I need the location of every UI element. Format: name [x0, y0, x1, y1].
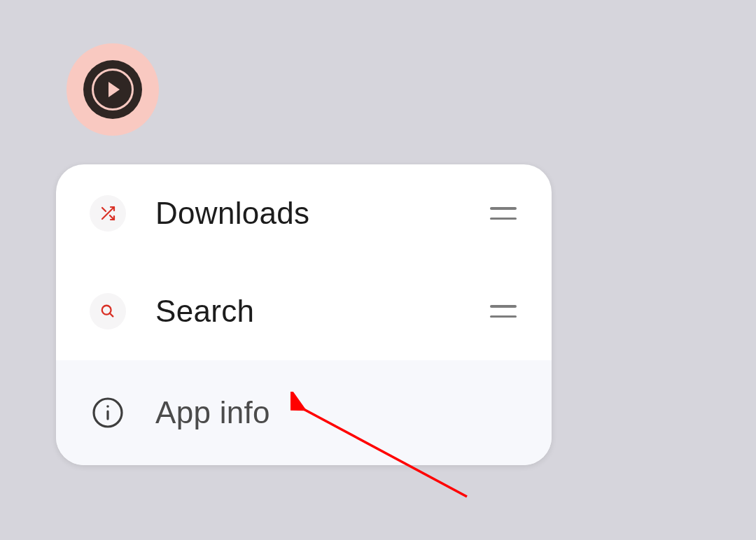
app-icon[interactable]	[66, 43, 159, 136]
play-icon	[108, 82, 120, 97]
search-icon	[90, 293, 126, 329]
shortcut-label: Search	[155, 294, 490, 329]
info-icon	[90, 395, 126, 431]
shortcut-label: App info	[155, 395, 517, 430]
shuffle-icon	[90, 195, 126, 232]
drag-handle-icon[interactable]	[490, 305, 517, 318]
shortcut-label: Downloads	[155, 196, 490, 231]
play-ring-icon	[92, 69, 134, 111]
shortcut-item-app-info[interactable]: App info	[56, 360, 552, 465]
drag-handle-icon[interactable]	[490, 207, 517, 220]
svg-line-1	[110, 313, 113, 317]
shortcut-item-downloads[interactable]: Downloads	[56, 164, 552, 262]
shortcut-item-search[interactable]: Search	[56, 262, 552, 360]
svg-point-4	[106, 405, 109, 408]
app-icon-inner	[83, 60, 142, 119]
app-shortcut-popup: Downloads Search App info	[56, 164, 552, 465]
